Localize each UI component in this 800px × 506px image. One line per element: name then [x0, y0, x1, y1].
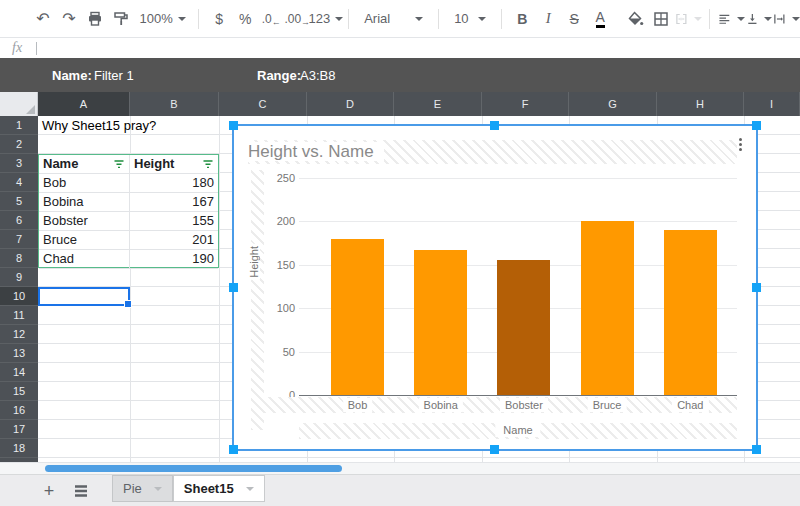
row-header-3[interactable]: 3: [0, 154, 38, 173]
merge-cells-button[interactable]: [674, 6, 702, 32]
format-currency-button[interactable]: $: [206, 6, 232, 32]
chart-options-menu-icon[interactable]: [733, 134, 747, 154]
decrease-decimal-button[interactable]: .0←: [258, 6, 284, 32]
row-header-2[interactable]: 2: [0, 135, 38, 154]
paint-format-button[interactable]: [108, 6, 134, 32]
row-header-13[interactable]: 13: [0, 344, 38, 363]
resize-handle-bottom-center[interactable]: [490, 445, 499, 454]
table-cell-height[interactable]: 190: [130, 250, 218, 269]
chart-ytick-150: 150: [277, 259, 295, 271]
chart-ytick-100: 100: [277, 302, 295, 314]
horizontal-scrollbar[interactable]: [0, 462, 800, 474]
header-cell-name[interactable]: Name: [39, 155, 130, 174]
bold-button[interactable]: B: [509, 6, 535, 32]
resize-handle-mid-left[interactable]: [229, 283, 238, 292]
resize-handle-top-right[interactable]: [752, 121, 761, 130]
filter-name-value[interactable]: Filter 1: [94, 68, 134, 83]
text-color-button[interactable]: A: [587, 6, 613, 32]
table-cell-height[interactable]: 201: [130, 231, 218, 250]
table-row: Bobster155: [39, 212, 218, 231]
sheet-tab-sheet15[interactable]: Sheet15: [173, 475, 265, 502]
filter-funnel-icon[interactable]: [113, 159, 125, 170]
vertical-align-button[interactable]: [745, 6, 773, 32]
font-family-select[interactable]: Arial: [360, 6, 427, 32]
resize-handle-mid-right[interactable]: [752, 283, 761, 292]
column-header-C[interactable]: C: [219, 92, 307, 116]
table-cell-name[interactable]: Bobina: [39, 193, 130, 212]
grid-body[interactable]: 12345678910111213141516171819 Why Sheet1…: [0, 116, 800, 462]
all-sheets-button[interactable]: [68, 478, 94, 504]
resize-handle-bottom-left[interactable]: [229, 445, 238, 454]
undo-button[interactable]: ↶: [30, 6, 56, 32]
column-header-D[interactable]: D: [307, 92, 394, 116]
column-header-F[interactable]: F: [482, 92, 569, 116]
strikethrough-button[interactable]: S: [561, 6, 587, 32]
column-header-E[interactable]: E: [394, 92, 482, 116]
sheet-tab-bar: + Pie Sheet15: [0, 474, 800, 506]
row-header-18[interactable]: 18: [0, 439, 38, 458]
row-header-7[interactable]: 7: [0, 230, 38, 249]
print-button[interactable]: [82, 6, 108, 32]
horizontal-align-button[interactable]: [717, 6, 745, 32]
row-header-5[interactable]: 5: [0, 192, 38, 211]
row-header-16[interactable]: 16: [0, 401, 38, 420]
header-cell-height[interactable]: Height: [130, 155, 218, 174]
table-cell-name[interactable]: Bobster: [39, 212, 130, 231]
formula-bar[interactable]: fx: [0, 38, 800, 58]
row-header-17[interactable]: 17: [0, 420, 38, 439]
column-header-B[interactable]: B: [130, 92, 219, 116]
select-all-corner[interactable]: [0, 92, 38, 116]
chevron-down-icon: [478, 17, 486, 21]
row-header-10[interactable]: 10: [0, 287, 38, 306]
row-header-19[interactable]: 19: [0, 458, 38, 462]
resize-handle-top-left[interactable]: [229, 121, 238, 130]
embedded-chart[interactable]: Height vs. Name Height 050100150200250 B…: [232, 124, 758, 451]
format-percent-button[interactable]: %: [232, 6, 258, 32]
redo-button[interactable]: ↷: [56, 6, 82, 32]
cell-a1[interactable]: Why Sheet15 pray?: [42, 116, 156, 135]
font-size-select[interactable]: 10: [450, 6, 490, 32]
table-cell-name[interactable]: Chad: [39, 250, 130, 269]
column-header-I[interactable]: I: [744, 92, 800, 116]
column-header-A[interactable]: A: [38, 92, 130, 116]
table-cell-height[interactable]: 180: [130, 174, 218, 193]
chart-bar-Bruce: [581, 221, 634, 395]
paint-roller-icon: [112, 10, 130, 28]
fill-color-button[interactable]: [622, 6, 648, 32]
number-format-button[interactable]: 123: [310, 6, 341, 32]
row-header-14[interactable]: 14: [0, 363, 38, 382]
row-header-6[interactable]: 6: [0, 211, 38, 230]
sheet-tab-pie[interactable]: Pie: [112, 475, 173, 502]
chevron-down-icon: [764, 17, 772, 21]
fill-handle[interactable]: [124, 300, 132, 308]
filter-funnel-icon[interactable]: [202, 159, 214, 170]
table-cell-height[interactable]: 167: [130, 193, 218, 212]
column-header-H[interactable]: H: [657, 92, 744, 116]
italic-button[interactable]: I: [535, 6, 561, 32]
filter-range-value[interactable]: A3:B8: [300, 68, 335, 83]
resize-handle-top-center[interactable]: [490, 121, 499, 130]
increase-decimal-button[interactable]: .00→: [284, 6, 310, 32]
chevron-down-icon: [154, 487, 162, 491]
row-header-8[interactable]: 8: [0, 249, 38, 268]
chevron-down-icon: [415, 17, 423, 21]
resize-handle-bottom-right[interactable]: [752, 445, 761, 454]
row-header-9[interactable]: 9: [0, 268, 38, 287]
borders-button[interactable]: [648, 6, 674, 32]
add-sheet-button[interactable]: +: [36, 478, 62, 504]
zoom-control[interactable]: 100%: [138, 6, 187, 32]
chart-gridline-200: [299, 221, 737, 222]
table-cell-name[interactable]: Bob: [39, 174, 130, 193]
table-cell-name[interactable]: Bruce: [39, 231, 130, 250]
row-header-12[interactable]: 12: [0, 325, 38, 344]
row-header-11[interactable]: 11: [0, 306, 38, 325]
table-cell-height[interactable]: 155: [130, 212, 218, 231]
plus-icon: +: [44, 482, 55, 500]
row-header-1[interactable]: 1: [0, 116, 38, 135]
scrollbar-thumb[interactable]: [45, 465, 342, 472]
text-wrap-button[interactable]: [772, 6, 800, 32]
chart-x-axis-title: Name: [495, 423, 540, 437]
column-header-G[interactable]: G: [569, 92, 657, 116]
row-header-15[interactable]: 15: [0, 382, 38, 401]
row-header-4[interactable]: 4: [0, 173, 38, 192]
